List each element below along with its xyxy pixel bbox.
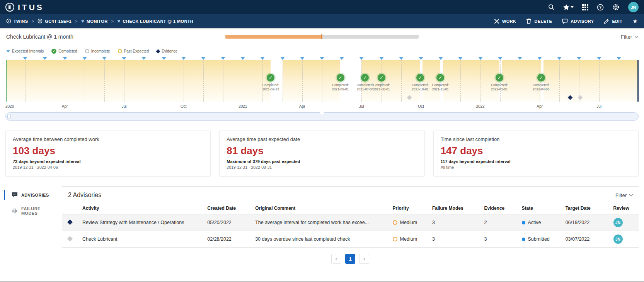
edit-button[interactable]: EDIT [604, 19, 622, 24]
advisory-evidence-count: 2 [480, 214, 518, 231]
axis-tick-label: 2021 [239, 104, 247, 109]
completed-marker[interactable]: ✓Completed:2021-02-13 [253, 74, 288, 91]
completed-marker[interactable]: ✓Completed:2022-02-01 [482, 74, 517, 91]
advisories-bubble-icon [12, 192, 18, 198]
timeline-range-scrollbar[interactable] [5, 112, 639, 121]
legend-incomplete: Incomplete [85, 49, 110, 53]
expected-interval-marker[interactable] [201, 57, 206, 60]
expected-interval-marker[interactable] [300, 57, 305, 60]
expected-interval-marker[interactable] [260, 57, 265, 60]
expected-interval-marker[interactable] [478, 57, 483, 60]
interval-dashed-line [302, 60, 303, 102]
interval-dashed-line [65, 60, 65, 102]
advisory-activity: Check Lubricant [78, 231, 203, 248]
expected-interval-marker[interactable] [122, 57, 126, 60]
expected-interval-marker[interactable] [339, 57, 344, 60]
axis-tick-label: Apr [299, 104, 305, 109]
expected-interval-marker[interactable] [141, 57, 146, 60]
stat-card-since-last: Time since last completion 147 days 117 … [433, 131, 639, 176]
expected-interval-marker[interactable] [379, 57, 384, 60]
advisory-comment: The average interval for completed work … [251, 214, 388, 231]
advisory-button[interactable]: ADVISORY [562, 19, 594, 24]
help-icon[interactable]: ? [597, 4, 604, 11]
breadcrumb-separator: > [111, 19, 114, 24]
expected-interval-marker[interactable] [557, 57, 562, 60]
expected-interval-marker[interactable] [537, 57, 542, 60]
expected-interval-marker[interactable] [458, 57, 463, 60]
expected-interval-marker[interactable] [359, 57, 364, 60]
expected-interval-marker[interactable] [63, 57, 67, 60]
page-1-button[interactable]: 1 [345, 254, 355, 264]
logo-text: ITUS [18, 3, 44, 12]
expected-interval-marker[interactable] [102, 57, 107, 60]
search-icon[interactable] [548, 4, 555, 10]
expected-interval-marker[interactable] [43, 57, 47, 60]
stat-title: Average time past expected date [227, 136, 417, 142]
expected-interval-marker[interactable] [597, 57, 601, 60]
timeline-filter-button[interactable]: Filter [621, 34, 638, 40]
evidence-diamond-icon [67, 219, 73, 225]
timeline-today-line [637, 60, 639, 102]
col-icon [62, 202, 78, 214]
breadcrumb-monitor[interactable]: ♥ MONITOR [81, 19, 108, 24]
apps-grid-icon[interactable] [582, 4, 588, 10]
expected-interval-marker[interactable] [577, 57, 581, 60]
legend-expected-intervals: Expected Intervals [6, 49, 44, 53]
advisory-row[interactable]: Review Strategy with Maintenance / Opera… [62, 214, 639, 231]
expected-interval-marker[interactable] [240, 57, 245, 60]
expected-interval-marker[interactable] [518, 57, 522, 60]
work-button[interactable]: WORK [494, 19, 516, 24]
completed-marker[interactable]: ✓Completed:2021-11-01 [423, 74, 458, 91]
user-avatar[interactable]: JN [628, 2, 639, 12]
completed-marker[interactable]: ✓Completed:2022-04-06 [523, 74, 559, 91]
delete-button[interactable]: DELETE [526, 18, 552, 24]
advisories-filter-button[interactable]: Filter [615, 192, 632, 198]
scrollbar-left-handle[interactable] [7, 114, 11, 119]
expected-interval-marker[interactable] [23, 57, 27, 60]
pagination: ‹ 1 › [62, 248, 639, 268]
axis-tick-label: Jul [122, 104, 127, 109]
timeline-legend: Expected Intervals ✓ Completed Incomplet… [0, 46, 644, 56]
state-dot-icon [522, 238, 525, 241]
prev-page-button[interactable]: ‹ [331, 254, 341, 264]
chevron-down-icon [629, 192, 633, 196]
past-expected-circle-icon [118, 49, 122, 53]
completed-label: Completed:2022-02-01 [482, 83, 517, 91]
expected-interval-marker[interactable] [438, 57, 443, 60]
expected-interval-marker[interactable] [280, 57, 285, 60]
advisories-count-title: 2 Advisories [68, 192, 101, 199]
breadcrumb-twins[interactable]: TWINS [6, 19, 28, 24]
expected-interval-marker[interactable] [162, 57, 166, 60]
side-tabs: ADVISORIES FAILURE MODES [4, 186, 62, 220]
axis-tick-label: Oct [418, 104, 424, 109]
settings-gear-icon[interactable] [612, 3, 620, 11]
monitor-heart-icon: ♥ [81, 19, 84, 24]
expected-interval-marker[interactable] [221, 57, 225, 60]
axis-tick-label: 2022 [476, 104, 484, 109]
favorite-star-icon[interactable]: ★ [632, 18, 638, 25]
tab-failure-modes[interactable]: FAILURE MODES [4, 202, 62, 220]
chevron-down-icon [571, 6, 574, 8]
advisory-bubble-icon [562, 19, 568, 24]
expected-interval-marker[interactable] [320, 57, 324, 60]
completed-label: Completed:2021-08-01 [364, 83, 399, 91]
expected-interval-marker[interactable] [82, 57, 87, 60]
advisory-row[interactable]: Check Lubricant 02/28/2022 30 days overd… [62, 231, 639, 248]
timeline-canvas[interactable]: Start: 2019-12-31 Today: 2022-08-31 ✓Com… [5, 57, 639, 109]
completed-check-icon: ✓ [537, 74, 545, 82]
expected-interval-marker[interactable] [181, 57, 186, 60]
completed-marker[interactable]: ✓Completed:2021-08-01 [364, 74, 399, 91]
favorites-menu-icon[interactable] [563, 4, 574, 10]
itus-logo[interactable]: ITUS [5, 3, 44, 12]
tab-advisories[interactable]: ADVISORIES [4, 188, 62, 202]
advisory-target-date: 03/07/2022 [562, 231, 610, 248]
scrollbar-center-handle[interactable] [320, 112, 325, 115]
expected-interval-marker[interactable] [419, 57, 423, 60]
expected-interval-marker[interactable] [617, 57, 621, 60]
breadcrumb-activity[interactable]: ♥ CHECK LUBRICANT @ 1 MONTH [117, 19, 193, 24]
interval-dashed-line [619, 60, 619, 102]
breadcrumb-asset[interactable]: GC4T-15EF1 [37, 19, 72, 24]
expected-interval-marker[interactable] [399, 57, 404, 60]
expected-interval-marker[interactable] [498, 57, 503, 60]
next-page-button[interactable]: › [359, 254, 369, 264]
